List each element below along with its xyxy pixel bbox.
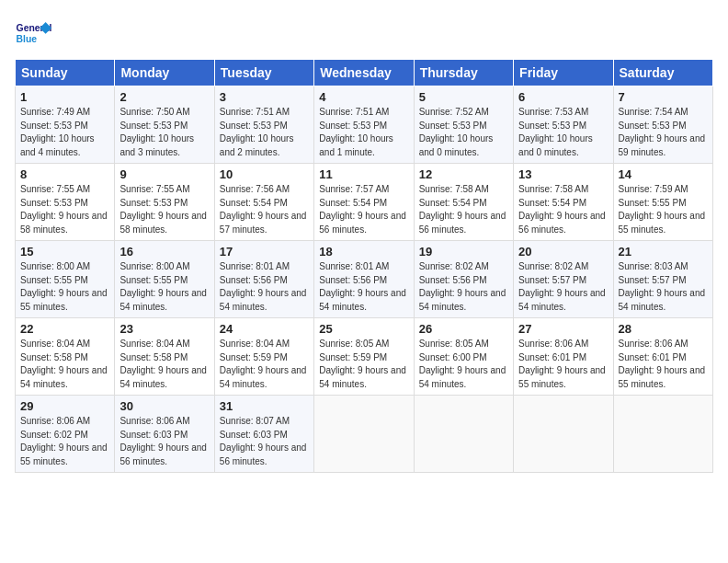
cell-content: Sunrise: 7:53 AMSunset: 5:53 PMDaylight:… bbox=[518, 107, 593, 157]
calendar-cell: 12 Sunrise: 7:58 AMSunset: 5:54 PMDaylig… bbox=[414, 164, 513, 241]
cell-content: Sunrise: 8:01 AMSunset: 5:56 PMDaylight:… bbox=[319, 261, 406, 312]
day-number: 25 bbox=[319, 322, 408, 336]
calendar-cell: 29 Sunrise: 8:06 AMSunset: 6:02 PMDaylig… bbox=[16, 396, 115, 473]
calendar-cell: 9 Sunrise: 7:55 AMSunset: 5:53 PMDayligh… bbox=[115, 164, 214, 241]
day-number: 15 bbox=[20, 245, 109, 259]
cell-content: Sunrise: 8:03 AMSunset: 5:57 PMDaylight:… bbox=[619, 261, 706, 312]
svg-text:Blue: Blue bbox=[17, 34, 38, 44]
cell-content: Sunrise: 7:51 AMSunset: 5:53 PMDaylight:… bbox=[319, 107, 393, 157]
calendar-cell: 2 Sunrise: 7:50 AMSunset: 5:53 PMDayligh… bbox=[115, 86, 214, 164]
day-number: 28 bbox=[619, 322, 708, 336]
day-number: 24 bbox=[220, 322, 309, 336]
calendar-cell: 26 Sunrise: 8:05 AMSunset: 6:00 PMDaylig… bbox=[414, 318, 513, 396]
calendar-cell: 31 Sunrise: 8:07 AMSunset: 6:03 PMDaylig… bbox=[214, 396, 313, 473]
calendar-cell: 27 Sunrise: 8:06 AMSunset: 6:01 PMDaylig… bbox=[514, 318, 613, 396]
day-number: 14 bbox=[619, 167, 708, 181]
calendar-cell: 21 Sunrise: 8:03 AMSunset: 5:57 PMDaylig… bbox=[613, 241, 712, 318]
calendar-cell: 16 Sunrise: 8:00 AMSunset: 5:55 PMDaylig… bbox=[115, 241, 214, 318]
cell-content: Sunrise: 7:55 AMSunset: 5:53 PMDaylight:… bbox=[20, 184, 108, 235]
cell-content: Sunrise: 8:04 AMSunset: 5:58 PMDaylight:… bbox=[20, 339, 108, 389]
cell-content: Sunrise: 7:58 AMSunset: 5:54 PMDaylight:… bbox=[419, 184, 506, 235]
day-number: 8 bbox=[20, 167, 109, 181]
calendar-cell: 5 Sunrise: 7:52 AMSunset: 5:53 PMDayligh… bbox=[414, 86, 513, 164]
calendar-cell bbox=[613, 396, 712, 473]
calendar-cell: 28 Sunrise: 8:06 AMSunset: 6:01 PMDaylig… bbox=[613, 318, 712, 396]
day-number: 16 bbox=[119, 245, 209, 259]
cell-content: Sunrise: 8:07 AMSunset: 6:03 PMDaylight:… bbox=[220, 416, 307, 466]
day-number: 26 bbox=[419, 322, 508, 336]
day-number: 17 bbox=[220, 245, 309, 259]
calendar-cell: 22 Sunrise: 8:04 AMSunset: 5:58 PMDaylig… bbox=[16, 318, 115, 396]
weekday-header-friday: Friday bbox=[514, 60, 613, 86]
calendar-week-row: 15 Sunrise: 8:00 AMSunset: 5:55 PMDaylig… bbox=[16, 241, 713, 318]
day-number: 2 bbox=[119, 90, 209, 104]
calendar-cell: 15 Sunrise: 8:00 AMSunset: 5:55 PMDaylig… bbox=[16, 241, 115, 318]
cell-content: Sunrise: 7:55 AMSunset: 5:53 PMDaylight:… bbox=[119, 184, 207, 235]
day-number: 20 bbox=[518, 245, 608, 259]
cell-content: Sunrise: 8:04 AMSunset: 5:59 PMDaylight:… bbox=[220, 339, 307, 389]
day-number: 19 bbox=[419, 245, 508, 259]
cell-content: Sunrise: 8:02 AMSunset: 5:57 PMDaylight:… bbox=[518, 261, 606, 312]
cell-content: Sunrise: 8:01 AMSunset: 5:56 PMDaylight:… bbox=[220, 261, 307, 312]
cell-content: Sunrise: 8:02 AMSunset: 5:56 PMDaylight:… bbox=[419, 261, 506, 312]
cell-content: Sunrise: 8:06 AMSunset: 6:02 PMDaylight:… bbox=[20, 416, 108, 466]
cell-content: Sunrise: 8:00 AMSunset: 5:55 PMDaylight:… bbox=[20, 261, 108, 312]
calendar-cell: 19 Sunrise: 8:02 AMSunset: 5:56 PMDaylig… bbox=[414, 241, 513, 318]
cell-content: Sunrise: 8:05 AMSunset: 6:00 PMDaylight:… bbox=[419, 339, 506, 389]
day-number: 7 bbox=[619, 90, 708, 104]
day-number: 11 bbox=[319, 167, 408, 181]
cell-content: Sunrise: 7:56 AMSunset: 5:54 PMDaylight:… bbox=[220, 184, 307, 235]
logo-icon: General Blue bbox=[15, 15, 51, 52]
day-number: 5 bbox=[419, 90, 508, 104]
cell-content: Sunrise: 7:49 AMSunset: 5:53 PMDaylight:… bbox=[20, 107, 95, 157]
calendar-cell bbox=[314, 396, 414, 473]
weekday-header-saturday: Saturday bbox=[613, 60, 712, 86]
calendar-cell: 3 Sunrise: 7:51 AMSunset: 5:53 PMDayligh… bbox=[214, 86, 313, 164]
calendar-cell bbox=[414, 396, 513, 473]
day-number: 9 bbox=[119, 167, 209, 181]
cell-content: Sunrise: 8:05 AMSunset: 5:59 PMDaylight:… bbox=[319, 339, 406, 389]
calendar-cell: 20 Sunrise: 8:02 AMSunset: 5:57 PMDaylig… bbox=[514, 241, 613, 318]
calendar-cell: 25 Sunrise: 8:05 AMSunset: 5:59 PMDaylig… bbox=[314, 318, 414, 396]
calendar-cell bbox=[514, 396, 613, 473]
day-number: 3 bbox=[220, 90, 309, 104]
calendar-cell: 13 Sunrise: 7:58 AMSunset: 5:54 PMDaylig… bbox=[514, 164, 613, 241]
calendar-cell: 30 Sunrise: 8:06 AMSunset: 6:03 PMDaylig… bbox=[115, 396, 214, 473]
cell-content: Sunrise: 8:04 AMSunset: 5:58 PMDaylight:… bbox=[119, 339, 207, 389]
day-number: 23 bbox=[119, 322, 209, 336]
calendar-cell: 4 Sunrise: 7:51 AMSunset: 5:53 PMDayligh… bbox=[314, 86, 414, 164]
cell-content: Sunrise: 7:52 AMSunset: 5:53 PMDaylight:… bbox=[419, 107, 494, 157]
cell-content: Sunrise: 7:50 AMSunset: 5:53 PMDaylight:… bbox=[119, 107, 194, 157]
weekday-header-tuesday: Tuesday bbox=[214, 60, 313, 86]
day-number: 10 bbox=[220, 167, 309, 181]
calendar-cell: 7 Sunrise: 7:54 AMSunset: 5:53 PMDayligh… bbox=[613, 86, 712, 164]
cell-content: Sunrise: 7:51 AMSunset: 5:53 PMDaylight:… bbox=[220, 107, 294, 157]
calendar-cell: 8 Sunrise: 7:55 AMSunset: 5:53 PMDayligh… bbox=[16, 164, 115, 241]
day-number: 6 bbox=[518, 90, 608, 104]
cell-content: Sunrise: 7:58 AMSunset: 5:54 PMDaylight:… bbox=[518, 184, 606, 235]
cell-content: Sunrise: 8:00 AMSunset: 5:55 PMDaylight:… bbox=[119, 261, 207, 312]
calendar-cell: 17 Sunrise: 8:01 AMSunset: 5:56 PMDaylig… bbox=[214, 241, 313, 318]
cell-content: Sunrise: 8:06 AMSunset: 6:01 PMDaylight:… bbox=[619, 339, 706, 389]
weekday-header-monday: Monday bbox=[115, 60, 214, 86]
cell-content: Sunrise: 7:54 AMSunset: 5:53 PMDaylight:… bbox=[619, 107, 706, 157]
calendar-week-row: 29 Sunrise: 8:06 AMSunset: 6:02 PMDaylig… bbox=[16, 396, 713, 473]
calendar-cell: 23 Sunrise: 8:04 AMSunset: 5:58 PMDaylig… bbox=[115, 318, 214, 396]
weekday-header-thursday: Thursday bbox=[414, 60, 513, 86]
calendar-cell: 10 Sunrise: 7:56 AMSunset: 5:54 PMDaylig… bbox=[214, 164, 313, 241]
calendar-cell: 18 Sunrise: 8:01 AMSunset: 5:56 PMDaylig… bbox=[314, 241, 414, 318]
logo: General Blue bbox=[15, 15, 57, 52]
day-number: 22 bbox=[20, 322, 109, 336]
calendar-week-row: 8 Sunrise: 7:55 AMSunset: 5:53 PMDayligh… bbox=[16, 164, 713, 241]
day-number: 13 bbox=[518, 167, 608, 181]
calendar-table: SundayMondayTuesdayWednesdayThursdayFrid… bbox=[15, 59, 713, 473]
cell-content: Sunrise: 8:06 AMSunset: 6:01 PMDaylight:… bbox=[518, 339, 606, 389]
day-number: 4 bbox=[319, 90, 408, 104]
page-header: General Blue bbox=[15, 15, 713, 52]
calendar-cell: 14 Sunrise: 7:59 AMSunset: 5:55 PMDaylig… bbox=[613, 164, 712, 241]
day-number: 31 bbox=[220, 399, 309, 413]
cell-content: Sunrise: 7:57 AMSunset: 5:54 PMDaylight:… bbox=[319, 184, 406, 235]
calendar-cell: 1 Sunrise: 7:49 AMSunset: 5:53 PMDayligh… bbox=[16, 86, 115, 164]
weekday-header-wednesday: Wednesday bbox=[314, 60, 414, 86]
day-number: 12 bbox=[419, 167, 508, 181]
